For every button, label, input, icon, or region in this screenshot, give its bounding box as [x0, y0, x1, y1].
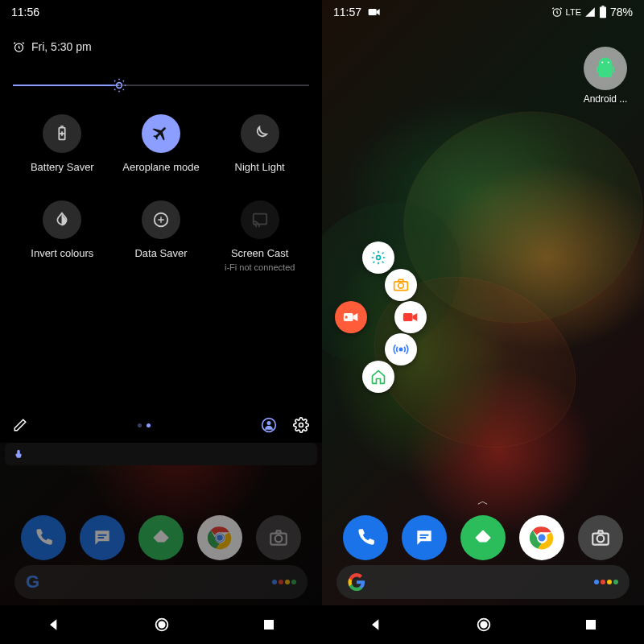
svg-point-1 — [117, 83, 122, 89]
tile-screen-cast[interactable]: Screen Cast i-Fi not connected — [210, 200, 309, 272]
app-phone[interactable] — [21, 515, 66, 560]
broadcast-icon — [393, 341, 409, 357]
svg-rect-20 — [601, 6, 604, 7]
nav-home[interactable] — [475, 616, 493, 634]
brightness-icon — [111, 77, 127, 93]
tile-airplane[interactable]: Aeroplane mode — [112, 114, 211, 173]
svg-point-25 — [377, 256, 381, 260]
statusbar: 11:57 LTE 78% — [322, 0, 644, 24]
radial-main-record[interactable] — [335, 301, 367, 333]
gear-icon — [293, 417, 309, 433]
svg-point-15 — [159, 621, 164, 627]
nav-back[interactable] — [46, 617, 62, 633]
touch-icon — [13, 448, 24, 460]
svg-rect-17 — [369, 9, 377, 15]
page-indicator — [138, 423, 151, 427]
qs-user-button[interactable] — [261, 417, 277, 433]
tile-night-light[interactable]: Night Light — [210, 114, 309, 173]
app-phone[interactable] — [343, 515, 388, 560]
svg-point-13 — [275, 535, 282, 543]
gear-icon — [370, 250, 386, 266]
app-feedly[interactable] — [460, 515, 506, 560]
svg-rect-4 — [253, 214, 266, 225]
nav-recent[interactable] — [262, 617, 276, 632]
svg-point-29 — [399, 348, 402, 350]
quick-settings-panel: Fri, 5:30 pm Battery Saver Aeroplane mod… — [0, 0, 322, 443]
nav-recent[interactable] — [584, 617, 598, 632]
app-feedly[interactable] — [138, 515, 184, 560]
invert-icon — [53, 211, 71, 229]
app-messages[interactable] — [402, 515, 447, 560]
svg-rect-36 — [586, 620, 596, 630]
cast-icon — [251, 211, 269, 229]
nav-bar — [0, 605, 322, 644]
svg-point-22 — [608, 62, 609, 64]
app-chrome[interactable] — [519, 515, 564, 560]
brightness-slider[interactable] — [13, 76, 309, 95]
moon-icon — [251, 125, 269, 142]
alarm-icon — [551, 6, 563, 18]
video-recording-icon — [368, 7, 381, 17]
battery-saver-icon — [53, 125, 71, 142]
app-camera[interactable] — [578, 515, 623, 560]
notification-bar[interactable] — [5, 443, 317, 465]
svg-point-6 — [267, 421, 271, 425]
assistant-icon[interactable] — [272, 580, 296, 584]
radial-broadcast[interactable] — [385, 333, 417, 365]
search-bar[interactable] — [336, 565, 630, 599]
search-bar[interactable]: G — [14, 565, 308, 599]
tile-data-saver[interactable]: Data Saver — [112, 200, 211, 272]
status-battery: 78% — [610, 6, 633, 19]
svg-point-33 — [597, 535, 604, 543]
user-icon — [261, 417, 277, 433]
svg-point-31 — [538, 534, 547, 543]
airplane-icon — [152, 125, 170, 142]
svg-point-27 — [398, 283, 404, 289]
radial-video[interactable] — [394, 301, 427, 333]
svg-rect-19 — [600, 7, 606, 19]
qs-settings-button[interactable] — [293, 417, 309, 433]
app-camera[interactable] — [256, 515, 301, 560]
home-app-android[interactable]: Android ... — [581, 47, 630, 105]
svg-point-7 — [299, 423, 303, 427]
tile-invert-colours[interactable]: Invert colours — [13, 200, 112, 272]
status-time: 11:57 — [333, 6, 361, 19]
svg-rect-16 — [264, 620, 274, 630]
phone-right-homescreen: 11:57 LTE 78% Android ... — [322, 0, 644, 644]
radial-home[interactable] — [362, 361, 394, 393]
data-saver-icon — [152, 211, 170, 229]
app-messages[interactable] — [80, 515, 125, 560]
svg-point-24 — [345, 316, 348, 318]
app-drawer-handle[interactable]: ︿ — [477, 494, 489, 509]
nav-back[interactable] — [368, 617, 384, 633]
app-dock — [322, 515, 644, 560]
phone-left-quicksettings: 11:56 Fri, 5:30 pm Battery Saver — [0, 0, 322, 644]
nav-home[interactable] — [153, 616, 171, 634]
camera-icon — [393, 278, 409, 292]
battery-icon — [599, 6, 607, 19]
assistant-icon[interactable] — [594, 580, 618, 584]
svg-rect-28 — [403, 313, 413, 321]
android-icon — [593, 56, 617, 80]
status-network: LTE — [566, 7, 581, 17]
google-logo — [348, 573, 365, 591]
status-time: 11:56 — [11, 6, 39, 19]
svg-point-11 — [216, 535, 223, 542]
alarm-icon — [13, 41, 25, 53]
radial-settings[interactable] — [362, 242, 394, 274]
statusbar: 11:56 — [0, 0, 322, 24]
app-dock — [0, 515, 322, 560]
signal-icon — [584, 6, 596, 18]
qs-edit-button[interactable] — [13, 418, 27, 432]
tile-battery-saver[interactable]: Battery Saver — [13, 114, 112, 173]
google-logo: G — [26, 572, 39, 592]
radial-camera[interactable] — [385, 269, 417, 301]
video-icon — [402, 311, 419, 324]
nav-bar — [322, 605, 644, 644]
home-icon — [370, 369, 386, 385]
svg-point-35 — [481, 621, 486, 627]
svg-point-21 — [601, 62, 603, 64]
video-icon — [343, 311, 359, 324]
pencil-icon — [13, 418, 27, 432]
app-chrome[interactable] — [197, 515, 242, 560]
